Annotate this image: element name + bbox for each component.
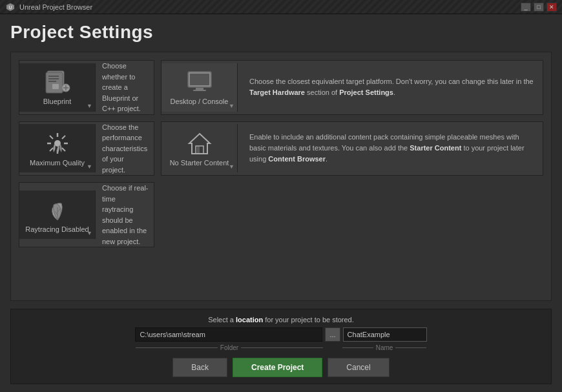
blueprint-description: Choose whether to create a Blueprint or … bbox=[102, 61, 154, 114]
title-bar-controls[interactable]: _ □ ✕ bbox=[521, 3, 557, 12]
field-labels: Folder Name bbox=[21, 344, 541, 351]
location-row: ... bbox=[21, 327, 541, 342]
svg-rect-24 bbox=[197, 146, 200, 154]
desktop-icon bbox=[185, 69, 214, 95]
options-row-2: Maximum Quality ▼ Choose the performance… bbox=[19, 121, 543, 176]
raytracing-icon-area: Raytracing Disabled ▼ bbox=[19, 191, 96, 239]
blueprint-label: Blueprint bbox=[43, 98, 71, 105]
desktop-icon-area: Desktop / Console ▼ bbox=[161, 63, 238, 112]
quality-label: Maximum Quality bbox=[30, 159, 85, 167]
quality-dropdown-icon[interactable]: ▼ bbox=[87, 163, 92, 170]
content-description: Enable to include an additional content … bbox=[244, 127, 543, 170]
options-area: Blueprint ▼ Choose whether to create a B… bbox=[10, 52, 552, 301]
blueprint-icon bbox=[43, 69, 72, 95]
back-button[interactable]: Back bbox=[172, 358, 227, 377]
svg-line-22 bbox=[50, 148, 53, 151]
svg-rect-11 bbox=[190, 74, 209, 85]
raytracing-icon bbox=[43, 197, 72, 223]
svg-rect-6 bbox=[52, 84, 59, 89]
svg-line-20 bbox=[62, 148, 65, 151]
svg-rect-2 bbox=[46, 72, 63, 93]
create-project-button[interactable]: Create Project bbox=[233, 358, 322, 377]
location-instruction: Select a location for your project to be… bbox=[21, 316, 541, 324]
project-name-input[interactable] bbox=[343, 327, 427, 342]
browse-button[interactable]: ... bbox=[325, 327, 340, 342]
raytracing-description: Choose if real-time raytracing should be… bbox=[102, 183, 154, 247]
folder-path-input[interactable] bbox=[135, 327, 322, 342]
content-option[interactable]: No Starter Content ▼ Enable to include a… bbox=[161, 121, 543, 176]
title-bar: U Unreal Project Browser _ □ ✕ bbox=[0, 0, 562, 14]
title-bar-left: U Unreal Project Browser bbox=[5, 2, 92, 12]
svg-line-19 bbox=[50, 136, 53, 139]
svg-rect-13 bbox=[193, 90, 206, 91]
nocontent-label: No Starter Content bbox=[170, 159, 229, 167]
quality-icon bbox=[43, 130, 72, 156]
blueprint-dropdown-icon[interactable]: ▼ bbox=[87, 103, 92, 109]
app-logo: U bbox=[5, 2, 16, 12]
raytracing-option[interactable]: Raytracing Disabled ▼ Choose if real-tim… bbox=[19, 182, 154, 247]
page-title: Project Settings bbox=[10, 22, 552, 43]
quality-option[interactable]: Maximum Quality ▼ Choose the performance… bbox=[19, 121, 154, 176]
desktop-description: Choose the closest equivalent target pla… bbox=[244, 71, 543, 103]
nocontent-icon bbox=[185, 130, 214, 156]
svg-text:U: U bbox=[8, 5, 12, 9]
desktop-option[interactable]: Desktop / Console ▼ Choose the closest e… bbox=[161, 60, 543, 115]
quality-icon-area: Maximum Quality ▼ bbox=[19, 124, 96, 172]
close-button[interactable]: ✕ bbox=[546, 3, 557, 12]
action-buttons: Back Create Project Cancel bbox=[21, 358, 541, 377]
folder-label: Folder bbox=[220, 344, 238, 351]
options-row-1: Blueprint ▼ Choose whether to create a B… bbox=[19, 60, 543, 115]
maximize-button[interactable]: □ bbox=[534, 3, 544, 12]
svg-line-21 bbox=[62, 136, 65, 139]
blueprint-option[interactable]: Blueprint ▼ Choose whether to create a B… bbox=[19, 60, 154, 115]
blueprint-icon-area: Blueprint ▼ bbox=[19, 63, 96, 112]
bottom-bar: Select a location for your project to be… bbox=[10, 309, 552, 384]
svg-rect-12 bbox=[196, 88, 203, 90]
main-content: Project Settings bbox=[0, 14, 562, 392]
content-icon-area: No Starter Content ▼ bbox=[161, 124, 238, 172]
quality-description: Choose the performance characteristics o… bbox=[102, 122, 154, 176]
minimize-button[interactable]: _ bbox=[521, 3, 531, 12]
raytracing-dropdown-icon[interactable]: ▼ bbox=[87, 230, 92, 236]
raytracing-label: Raytracing Disabled bbox=[25, 225, 88, 233]
cancel-button[interactable]: Cancel bbox=[328, 358, 389, 377]
title-bar-text: Unreal Project Browser bbox=[19, 3, 92, 11]
desktop-label: Desktop / Console bbox=[171, 98, 229, 105]
folder-label-wrapper: Folder bbox=[136, 344, 323, 351]
nocontent-dropdown-icon[interactable]: ▼ bbox=[229, 163, 234, 170]
name-label-wrapper: Name bbox=[342, 344, 426, 351]
options-row-3: Raytracing Disabled ▼ Choose if real-tim… bbox=[19, 182, 543, 247]
name-label: Name bbox=[376, 344, 393, 351]
desktop-dropdown-icon[interactable]: ▼ bbox=[229, 103, 234, 109]
